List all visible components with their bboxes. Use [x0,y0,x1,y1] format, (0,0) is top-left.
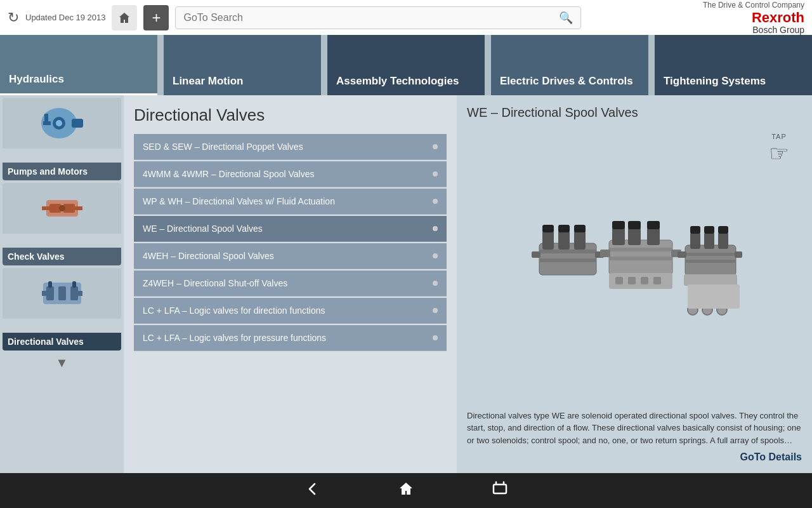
valve-list: SED & SEW – Directional Poppet Valves 4W… [134,134,447,351]
svg-rect-43 [615,277,623,284]
product-svg [527,208,742,323]
tap-label: TAP [771,133,787,140]
valve-dot [433,199,438,204]
svg-rect-40 [600,250,610,257]
top-bar: ↻ Updated Dec 19 2013 + 🔍 The Drive & Co… [0,0,812,35]
svg-rect-44 [628,277,636,284]
valve-item-wp-wh[interactable]: WP & WH – Directional Valves w/ Fluid Ac… [134,189,447,215]
svg-rect-39 [647,221,660,229]
svg-rect-28 [574,225,586,232]
product-description: Directional valves type WE are solenoid … [467,410,802,447]
valve-dot [433,308,438,313]
svg-rect-63 [494,485,506,493]
back-button[interactable] [303,480,321,502]
section-title: Directional Valves [134,105,447,125]
tap-indicator: TAP ☞ [769,133,789,167]
valve-dot [433,171,438,177]
updated-text: Updated Dec 19 2013 [25,13,105,22]
bottom-bar [0,473,812,508]
logo-sub: Bosch Group [752,25,804,35]
valve-dot [433,335,438,340]
valve-item-sed-sew[interactable]: SED & SEW – Directional Poppet Valves [134,134,447,160]
svg-rect-29 [532,251,540,258]
valve-dot [433,144,438,149]
valve-item-lc-lfa-dir[interactable]: LC + LFA – Logic valves for direction fu… [134,298,447,324]
valve-item-4weh[interactable]: 4WEH – Directional Spool Valves [134,243,447,269]
svg-rect-14 [58,286,66,300]
search-icon: 🔍 [559,11,573,25]
center-panel: Directional Valves SED & SEW – Direction… [124,95,457,473]
svg-rect-55 [718,226,728,234]
sidebar-more[interactable]: ▼ [3,353,121,373]
svg-rect-10 [42,206,49,210]
recents-button[interactable] [491,480,509,502]
home-button[interactable] [112,5,137,30]
svg-rect-51 [685,253,736,256]
cat-tightening[interactable]: Tightening Systems [655,35,812,95]
valve-dot [433,253,438,258]
svg-rect-23 [574,231,586,250]
svg-rect-1 [72,119,83,128]
goto-details-link[interactable]: GoTo Details [467,451,802,463]
logo-tagline: The Drive & Control Company [703,1,804,10]
svg-rect-33 [628,227,641,245]
svg-rect-37 [612,221,625,229]
refresh-icon[interactable]: ↻ [8,10,19,26]
valve-item-z4weh[interactable]: Z4WEH – Directional Shut-off Valves [134,271,447,297]
svg-rect-22 [558,231,570,250]
cat-hydraulics[interactable]: Hydraulics [0,35,157,95]
pumps-motors-image [3,98,121,149]
svg-point-9 [59,205,65,211]
svg-rect-38 [628,221,641,229]
sidebar-item-pumps-motors[interactable]: Pumps and Motors [3,98,121,180]
directional-valves-image [3,268,121,319]
logo-text: Rexroth [752,11,804,25]
product-image-area: TAP ☞ [467,126,802,404]
search-bar[interactable]: 🔍 [175,6,581,29]
svg-point-3 [56,120,62,126]
logo-area: The Drive & Control Company Rexroth Bosc… [703,1,804,35]
valve-item-lc-lfa-pres[interactable]: LC + LFA – Logic valves for pressure fun… [134,325,447,351]
cat-assembly-tech[interactable]: Assembly Technologies [327,35,485,95]
directional-valves-label: Directional Valves [3,333,121,351]
svg-rect-17 [72,281,76,288]
svg-rect-36 [609,257,672,260]
svg-rect-32 [612,227,625,245]
svg-rect-50 [718,232,728,249]
detail-title: WE – Directional Spool Valves [467,105,802,120]
svg-rect-35 [609,248,672,251]
sidebar: Pumps and Motors Check Valves [0,95,124,473]
svg-rect-21 [542,231,554,250]
tap-hand-icon: ☞ [769,140,789,167]
svg-rect-5 [44,114,48,123]
svg-rect-56 [678,251,686,258]
svg-rect-57 [735,251,742,258]
svg-rect-16 [48,281,52,288]
svg-rect-26 [542,225,554,232]
svg-rect-19 [76,291,82,296]
search-input[interactable] [183,12,559,23]
valve-dot [433,226,438,231]
valve-item-we[interactable]: WE – Directional Spool Valves [134,216,447,242]
home-nav-button[interactable] [397,480,415,502]
valve-dot [433,281,438,286]
svg-rect-34 [647,227,660,245]
svg-rect-45 [641,277,648,284]
valve-item-4wmm[interactable]: 4WMM & 4WMR – Directional Spool Valves [134,161,447,187]
cat-linear-motion[interactable]: Linear Motion [164,35,321,95]
svg-rect-25 [539,258,596,262]
svg-rect-49 [704,232,714,249]
cat-electric-drives[interactable]: Electric Drives & Controls [491,35,648,95]
svg-rect-53 [690,226,700,234]
sidebar-item-directional-valves[interactable]: Directional Valves [3,268,121,351]
add-button[interactable]: + [143,5,169,30]
svg-rect-62 [688,284,740,309]
check-valves-image [3,183,121,234]
svg-rect-54 [704,226,714,234]
right-panel: WE – Directional Spool Valves TAP ☞ [457,95,812,473]
svg-rect-24 [539,250,596,253]
check-valves-label: Check Valves [3,248,121,265]
sidebar-item-check-valves[interactable]: Check Valves [3,183,121,265]
svg-rect-11 [75,206,82,210]
svg-rect-46 [653,277,661,284]
